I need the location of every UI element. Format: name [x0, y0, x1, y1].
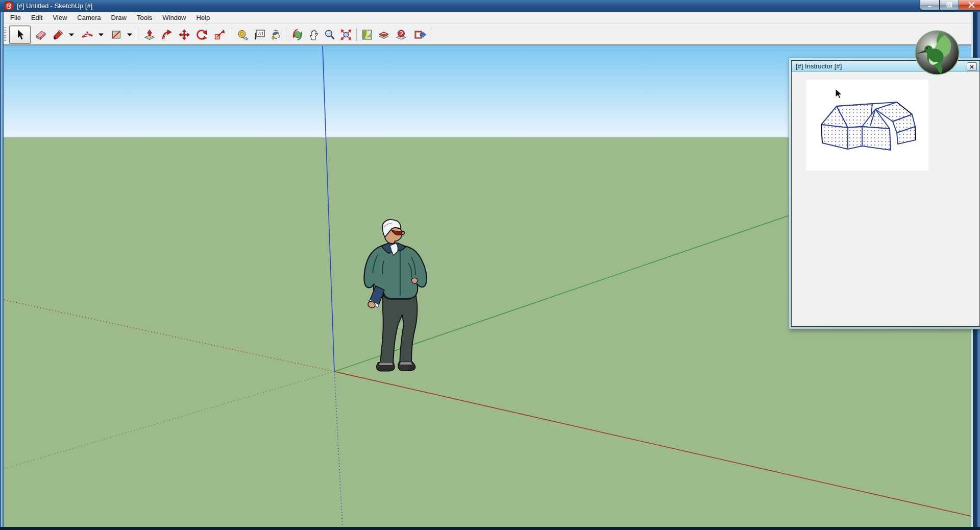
- pencil-icon: [52, 29, 64, 41]
- pan-hand-icon: [308, 29, 321, 41]
- toolbar-separator: [138, 28, 138, 41]
- menu-window[interactable]: Window: [157, 13, 191, 22]
- paint-bucket-icon: [270, 29, 282, 41]
- instructor-house-image: [806, 80, 928, 171]
- eraser-icon: [35, 29, 47, 41]
- tape-measure-tool-button[interactable]: [235, 26, 251, 44]
- place-model-button[interactable]: [393, 26, 409, 44]
- title-bar[interactable]: [#] Untitled - SketchUp [#]: [0, 0, 980, 12]
- terrain-layers-icon: [378, 29, 390, 41]
- follow-me-tool-button[interactable]: [158, 26, 176, 44]
- place-model-icon: [395, 29, 407, 41]
- get-current-view-button[interactable]: [359, 26, 375, 44]
- select-tool-button[interactable]: [9, 26, 31, 44]
- tape-measure-icon: [237, 29, 249, 41]
- figure-hand-right: [411, 278, 418, 283]
- chevron-down-icon: [98, 33, 104, 37]
- rotate-tool-button[interactable]: [193, 26, 210, 44]
- move-icon: [178, 29, 190, 41]
- share-model-icon: [413, 29, 427, 41]
- move-tool-button[interactable]: [176, 26, 193, 44]
- eraser-tool-button[interactable]: [33, 26, 49, 44]
- instructor-window[interactable]: [#] Instructor [#]: [789, 58, 980, 329]
- arc-icon: [81, 29, 93, 41]
- sketchup-hummingbird-logo: [914, 29, 961, 76]
- zoom-extents-tool-button[interactable]: [337, 26, 355, 44]
- map-icon: [361, 29, 373, 41]
- zoom-extents-icon: [340, 29, 352, 41]
- scale-icon: [213, 29, 226, 41]
- toolbar-grip[interactable]: [4, 27, 6, 41]
- window-title: [#] Untitled - SketchUp [#]: [17, 2, 92, 10]
- figure-shoe-left-top: [378, 363, 393, 366]
- get-models-button[interactable]: [410, 26, 430, 44]
- figure-shoe-right-top: [399, 362, 412, 365]
- instructor-close-button[interactable]: [967, 62, 977, 71]
- scale-tool-button[interactable]: [210, 26, 229, 44]
- maximize-button[interactable]: [940, 0, 959, 10]
- toggle-terrain-button[interactable]: [376, 26, 392, 44]
- menu-draw[interactable]: Draw: [106, 13, 132, 22]
- rectangle-icon: [110, 29, 122, 41]
- orbit-icon: [291, 29, 304, 41]
- rotate-icon: [195, 29, 208, 41]
- toolbar-separator: [232, 28, 232, 41]
- line-tool-dropdown[interactable]: [66, 26, 76, 44]
- push-pull-tool-button[interactable]: [141, 26, 158, 44]
- menu-bar: File Edit View Camera Draw Tools Window …: [1, 12, 979, 23]
- instructor-title: [#] Instructor [#]: [792, 62, 842, 70]
- push-pull-icon: [143, 29, 156, 41]
- maximize-icon: [946, 2, 952, 8]
- instructor-content: [792, 72, 979, 326]
- select-arrow-icon: [14, 29, 26, 41]
- menu-edit[interactable]: Edit: [26, 13, 47, 22]
- window-controls: [920, 0, 980, 10]
- menu-tools[interactable]: Tools: [132, 13, 157, 22]
- toolbar: A1: [1, 23, 979, 44]
- sketchup-app-icon: [5, 2, 13, 10]
- window-border-bottom: [0, 527, 980, 530]
- rectangle-tool-button[interactable]: [108, 26, 125, 44]
- close-icon: [968, 2, 975, 8]
- menu-help[interactable]: Help: [191, 13, 215, 22]
- minimize-button[interactable]: [920, 0, 940, 10]
- instructor-window-inner: [#] Instructor [#]: [791, 60, 980, 327]
- toolbar-separator: [356, 28, 357, 41]
- line-tool-button[interactable]: [50, 26, 66, 44]
- close-icon: [970, 65, 974, 69]
- sketchup-window: [#] Untitled - SketchUp [#] File Edit Vi…: [0, 0, 980, 530]
- paint-bucket-tool-button[interactable]: [267, 26, 285, 44]
- menu-camera[interactable]: Camera: [72, 13, 106, 22]
- toolbar-separator: [286, 28, 286, 41]
- menu-view[interactable]: View: [47, 13, 72, 22]
- close-button[interactable]: [959, 0, 980, 10]
- minimize-icon: [927, 3, 933, 7]
- window-border-left: [0, 12, 4, 530]
- text-icon: A1: [253, 29, 265, 41]
- chevron-down-icon: [127, 33, 133, 37]
- arc-tool-dropdown[interactable]: [96, 26, 106, 44]
- toolbar-separator: [431, 28, 431, 41]
- figure-hand-left: [368, 301, 375, 307]
- rectangle-tool-dropdown[interactable]: [125, 26, 134, 44]
- arc-tool-button[interactable]: [79, 26, 96, 44]
- svg-text:A1: A1: [258, 31, 264, 36]
- menu-file[interactable]: File: [5, 13, 26, 22]
- pan-tool-button[interactable]: [306, 26, 323, 44]
- text-tool-button[interactable]: A1: [251, 26, 267, 44]
- zoom-tool-button[interactable]: [323, 26, 337, 44]
- magnifier-icon: [324, 29, 336, 41]
- follow-me-icon: [161, 29, 173, 41]
- orbit-tool-button[interactable]: [289, 26, 306, 44]
- chevron-down-icon: [68, 33, 75, 37]
